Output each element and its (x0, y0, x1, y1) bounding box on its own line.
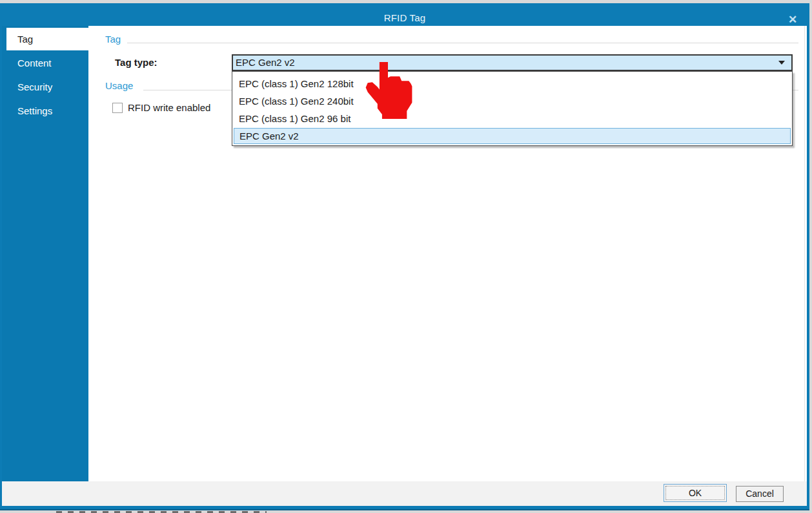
ok-button[interactable]: OK (664, 484, 727, 502)
cancel-button[interactable]: Cancel (736, 486, 784, 502)
tag-type-dropdown-list: EPC (class 1) Gen2 128bit EPC (class 1) … (232, 71, 793, 146)
dropdown-option-highlighted[interactable]: EPC Gen2 v2 (234, 128, 791, 144)
footer-bar: OK Cancel (2, 481, 807, 506)
sidebar-item-tag[interactable]: Tag (6, 28, 88, 50)
sidebar: Tag Content Security Settings (2, 26, 88, 481)
dropdown-option[interactable]: EPC (class 1) Gen2 128bit (232, 75, 792, 92)
rfid-write-enabled-label: RFID write enabled (128, 102, 210, 113)
chevron-down-icon (778, 61, 785, 65)
dialog-title: RFID Tag (0, 12, 809, 23)
sidebar-item-security[interactable]: Security (6, 76, 88, 98)
dropdown-option[interactable]: EPC (class 1) Gen2 240bit (232, 92, 792, 110)
tag-type-label: Tag type: (115, 57, 157, 68)
sidebar-item-content[interactable]: Content (6, 52, 88, 74)
tag-group-title: Tag (105, 34, 121, 45)
rfid-tag-dialog: RFID Tag ✕ Tag Content Security Settings… (0, 0, 812, 513)
tag-type-combobox-value: EPC Gen2 v2 (236, 57, 295, 68)
sidebar-item-settings[interactable]: Settings (6, 99, 88, 122)
tag-type-combobox[interactable]: EPC Gen2 v2 (232, 54, 793, 71)
content-right-edge (804, 26, 805, 481)
close-icon: ✕ (788, 13, 797, 26)
usage-group-title: Usage (105, 80, 133, 91)
rfid-write-enabled-checkbox[interactable] (112, 103, 123, 113)
dropdown-option[interactable]: EPC (class 1) Gen2 96 bit (232, 110, 792, 127)
tag-group-separator (127, 43, 798, 43)
